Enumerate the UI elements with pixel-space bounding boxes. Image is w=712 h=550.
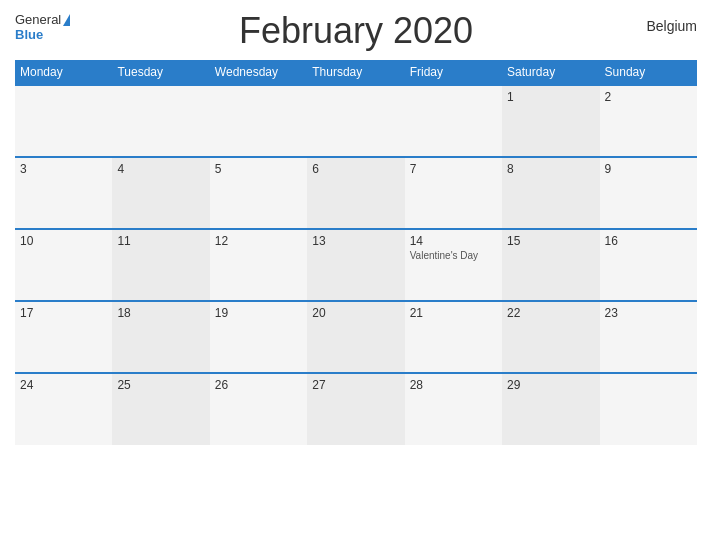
day-cell: 21	[405, 301, 502, 373]
calendar-container: General Blue February 2020 Belgium Monda…	[0, 0, 712, 550]
week-row-5: 242526272829	[15, 373, 697, 445]
day-header-row: Monday Tuesday Wednesday Thursday Friday…	[15, 60, 697, 85]
col-monday: Monday	[15, 60, 112, 85]
day-number: 6	[312, 162, 399, 176]
day-cell: 9	[600, 157, 697, 229]
day-cell: 29	[502, 373, 599, 445]
day-number: 15	[507, 234, 594, 248]
month-title: February 2020	[239, 10, 473, 52]
day-number: 28	[410, 378, 497, 392]
day-cell: 16	[600, 229, 697, 301]
day-cell: 24	[15, 373, 112, 445]
col-wednesday: Wednesday	[210, 60, 307, 85]
day-number: 25	[117, 378, 204, 392]
day-cell: 26	[210, 373, 307, 445]
day-cell: 6	[307, 157, 404, 229]
day-event: Valentine's Day	[410, 250, 497, 261]
day-number: 21	[410, 306, 497, 320]
day-cell: 23	[600, 301, 697, 373]
day-number: 17	[20, 306, 107, 320]
week-row-3: 1011121314Valentine's Day1516	[15, 229, 697, 301]
day-cell	[210, 85, 307, 157]
day-cell: 22	[502, 301, 599, 373]
day-cell: 1	[502, 85, 599, 157]
col-saturday: Saturday	[502, 60, 599, 85]
day-number: 8	[507, 162, 594, 176]
calendar-table: Monday Tuesday Wednesday Thursday Friday…	[15, 60, 697, 445]
day-cell: 14Valentine's Day	[405, 229, 502, 301]
week-row-4: 17181920212223	[15, 301, 697, 373]
day-number: 3	[20, 162, 107, 176]
day-cell: 25	[112, 373, 209, 445]
day-number: 26	[215, 378, 302, 392]
day-cell: 5	[210, 157, 307, 229]
week-row-2: 3456789	[15, 157, 697, 229]
day-cell: 18	[112, 301, 209, 373]
day-number: 22	[507, 306, 594, 320]
day-cell: 10	[15, 229, 112, 301]
day-number: 23	[605, 306, 692, 320]
col-friday: Friday	[405, 60, 502, 85]
day-cell: 4	[112, 157, 209, 229]
day-number: 24	[20, 378, 107, 392]
col-thursday: Thursday	[307, 60, 404, 85]
day-number: 20	[312, 306, 399, 320]
day-cell: 7	[405, 157, 502, 229]
day-number: 14	[410, 234, 497, 248]
day-number: 27	[312, 378, 399, 392]
day-number: 16	[605, 234, 692, 248]
day-number: 18	[117, 306, 204, 320]
day-cell: 13	[307, 229, 404, 301]
col-tuesday: Tuesday	[112, 60, 209, 85]
logo-triangle-icon	[63, 14, 70, 26]
day-number: 13	[312, 234, 399, 248]
day-cell: 15	[502, 229, 599, 301]
country-label: Belgium	[646, 18, 697, 34]
day-number: 12	[215, 234, 302, 248]
logo-general-text: General	[15, 10, 70, 28]
day-number: 11	[117, 234, 204, 248]
logo: General Blue	[15, 10, 70, 42]
day-number: 10	[20, 234, 107, 248]
day-cell: 2	[600, 85, 697, 157]
day-number: 9	[605, 162, 692, 176]
day-number: 4	[117, 162, 204, 176]
day-cell: 20	[307, 301, 404, 373]
logo-blue-text: Blue	[15, 28, 43, 42]
day-number: 29	[507, 378, 594, 392]
day-cell	[112, 85, 209, 157]
day-cell: 11	[112, 229, 209, 301]
day-cell: 27	[307, 373, 404, 445]
day-cell: 12	[210, 229, 307, 301]
day-cell	[15, 85, 112, 157]
calendar-header: General Blue February 2020 Belgium	[15, 10, 697, 52]
day-number: 19	[215, 306, 302, 320]
day-cell: 19	[210, 301, 307, 373]
day-number: 5	[215, 162, 302, 176]
day-cell	[307, 85, 404, 157]
week-row-1: 12	[15, 85, 697, 157]
col-sunday: Sunday	[600, 60, 697, 85]
day-cell	[405, 85, 502, 157]
day-number: 1	[507, 90, 594, 104]
day-cell: 8	[502, 157, 599, 229]
day-cell: 3	[15, 157, 112, 229]
day-number: 2	[605, 90, 692, 104]
day-cell: 28	[405, 373, 502, 445]
day-cell: 17	[15, 301, 112, 373]
day-cell	[600, 373, 697, 445]
day-number: 7	[410, 162, 497, 176]
